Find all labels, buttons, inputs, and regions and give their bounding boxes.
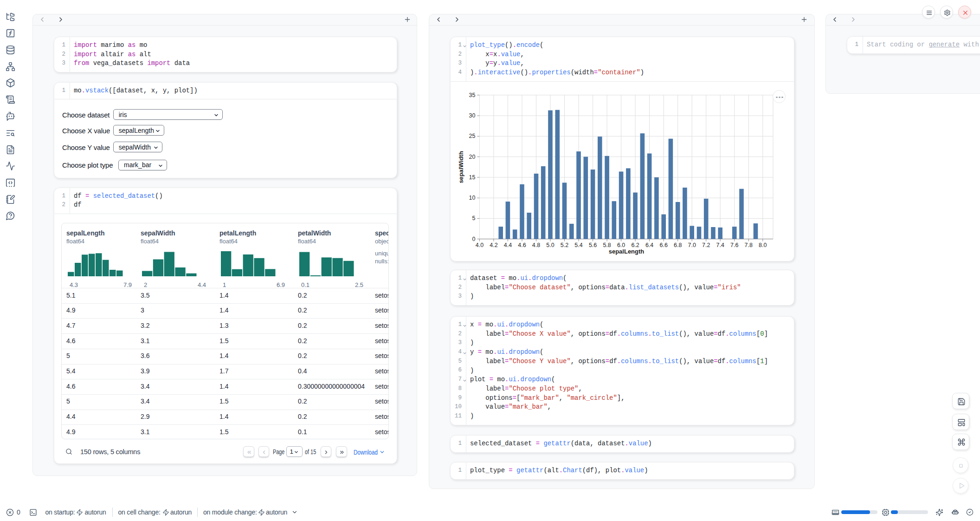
svg-text:15: 15 xyxy=(469,174,475,181)
svg-text:7.4: 7.4 xyxy=(716,242,724,248)
svg-text:6.6: 6.6 xyxy=(660,242,668,248)
svg-text:25: 25 xyxy=(469,133,475,139)
svg-text:7.2: 7.2 xyxy=(702,242,710,248)
svg-text:7.8: 7.8 xyxy=(745,242,753,248)
svg-text:sepalWidth: sepalWidth xyxy=(458,151,464,183)
svg-text:35: 35 xyxy=(469,92,475,98)
svg-text:5.0: 5.0 xyxy=(546,242,554,248)
svg-text:20: 20 xyxy=(469,153,475,160)
svg-text:5.6: 5.6 xyxy=(589,242,597,248)
svg-text:sepalLength: sepalLength xyxy=(609,247,645,254)
svg-text:6.8: 6.8 xyxy=(674,242,682,248)
svg-text:7.0: 7.0 xyxy=(688,242,696,248)
svg-text:6.4: 6.4 xyxy=(645,242,653,248)
svg-text:4.8: 4.8 xyxy=(532,242,540,248)
svg-text:0: 0 xyxy=(472,236,475,242)
svg-text:5.2: 5.2 xyxy=(561,242,568,248)
svg-text:4.6: 4.6 xyxy=(518,242,526,248)
svg-text:7.6: 7.6 xyxy=(730,242,738,248)
svg-text:10: 10 xyxy=(469,195,475,201)
svg-text:5.4: 5.4 xyxy=(574,242,582,248)
svg-text:4.0: 4.0 xyxy=(476,242,484,248)
svg-text:5: 5 xyxy=(472,215,475,221)
svg-text:4.2: 4.2 xyxy=(490,242,497,248)
svg-text:30: 30 xyxy=(469,112,475,119)
svg-text:8.0: 8.0 xyxy=(759,242,767,248)
svg-text:4.4: 4.4 xyxy=(504,242,512,248)
